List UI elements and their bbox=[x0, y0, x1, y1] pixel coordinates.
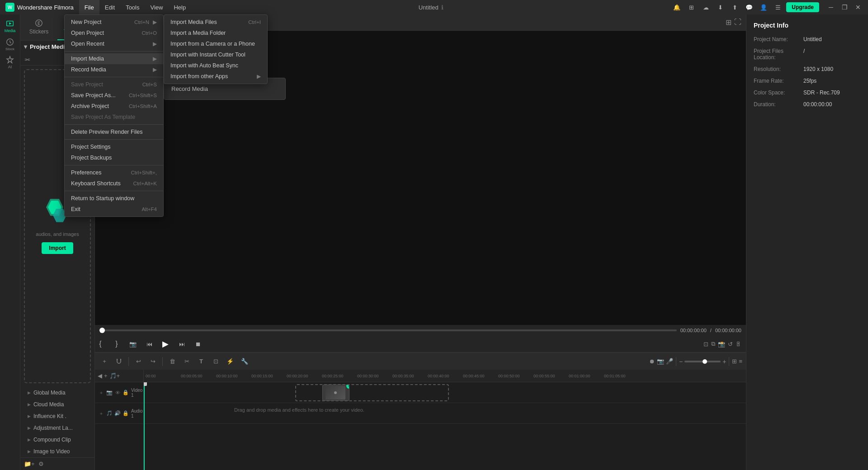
voice-record-btn[interactable]: 🎤 bbox=[666, 358, 673, 365]
record-btn[interactable]: ⏺ bbox=[649, 358, 655, 365]
menu-project-settings[interactable]: Project Settings bbox=[65, 141, 163, 152]
import-button[interactable]: Import bbox=[42, 242, 73, 254]
section-adjustment-layer[interactable]: ▶ Adjustment La... bbox=[20, 422, 94, 434]
menu-new-project[interactable]: New Project Ctrl+N ▶ bbox=[65, 17, 163, 28]
upgrade-button[interactable]: Upgrade bbox=[786, 2, 819, 12]
grid-view-icon[interactable]: ⊞ bbox=[726, 18, 731, 27]
restore-button[interactable]: ❐ bbox=[838, 1, 851, 14]
layout-icon[interactable]: ⊞ bbox=[685, 2, 698, 13]
export-icon[interactable]: ⬆ bbox=[728, 2, 741, 13]
menu-open-project[interactable]: Open Project Ctrl+O bbox=[65, 28, 163, 38]
add-folder-icon[interactable]: 📁+ bbox=[24, 461, 35, 467]
submenu-import-other-apps[interactable]: Import from other Apps ▶ bbox=[164, 71, 267, 82]
pip-icon[interactable]: ⧉ bbox=[711, 340, 715, 348]
audio-settings-icon[interactable]: 🎚 bbox=[736, 341, 741, 348]
import-icon[interactable]: ⬇ bbox=[714, 2, 726, 13]
menu-delete-preview[interactable]: Delete Preview Render Files bbox=[65, 127, 163, 137]
grid-layout-btn[interactable]: ⊞ bbox=[732, 358, 737, 365]
timeline-split-button[interactable]: ✂ bbox=[181, 356, 193, 367]
progress-bar[interactable] bbox=[99, 329, 677, 331]
submenu-import-folder[interactable]: Import a Media Folder bbox=[164, 28, 267, 38]
ruler-60: 00:01:00:00 bbox=[569, 374, 604, 378]
section-global-media[interactable]: ▶ Global Media bbox=[20, 387, 94, 399]
video-clip[interactable]: + bbox=[322, 385, 349, 401]
submenu-import-instant-cutter[interactable]: Import with Instant Cutter Tool bbox=[164, 49, 267, 60]
menu-record-media[interactable]: Record Media ▶ bbox=[65, 64, 163, 75]
menu-archive-project[interactable]: Archive Project Ctrl+Shift+A bbox=[65, 101, 163, 112]
prev-frame-button[interactable]: ⏮ bbox=[144, 338, 155, 349]
panel-settings-icon[interactable]: ⚙ bbox=[38, 461, 44, 467]
list-layout-btn[interactable]: ≡ bbox=[739, 358, 742, 365]
play-button[interactable]: ▶ bbox=[160, 338, 171, 349]
menu-project-backups[interactable]: Project Backups bbox=[65, 152, 163, 163]
stop-button[interactable]: ⏹ bbox=[193, 338, 203, 349]
video1-eye-icon[interactable]: 👁 bbox=[114, 389, 121, 396]
timeline-more-button[interactable]: 🔧 bbox=[239, 356, 250, 367]
notification-icon[interactable]: 🔔 bbox=[670, 2, 683, 13]
menu-exit[interactable]: Exit Alt+F4 bbox=[65, 204, 163, 215]
track-label-video1: + 📷 👁 🔒 Video 1 bbox=[95, 382, 143, 403]
timeline-magnet-icon[interactable] bbox=[113, 356, 125, 367]
save-cloud-icon[interactable]: ☁ bbox=[699, 2, 712, 13]
zoom-in-btn[interactable]: + bbox=[722, 358, 726, 365]
submenu-import-camera[interactable]: Import from a Camera or a Phone bbox=[164, 38, 267, 49]
timeline-redo-button[interactable]: ↪ bbox=[147, 356, 159, 367]
screen-record-btn[interactable]: 📷 bbox=[657, 358, 664, 365]
video1-camera-icon[interactable]: 📷 bbox=[106, 389, 113, 396]
timeline-text-button[interactable]: T bbox=[195, 356, 207, 367]
video1-add-icon[interactable]: + bbox=[98, 389, 105, 396]
fullscreen-icon[interactable]: ⛶ bbox=[734, 18, 741, 27]
fit-screen-icon[interactable]: ⊡ bbox=[703, 341, 708, 348]
screenshot-icon[interactable]: 📸 bbox=[718, 341, 725, 348]
menu-help[interactable]: Help bbox=[168, 0, 191, 14]
timeline-add-track-icon[interactable]: + bbox=[99, 356, 110, 367]
add-audio-icon[interactable]: 🎵+ bbox=[109, 372, 120, 379]
menu-import-media[interactable]: Import Media ▶ bbox=[65, 53, 163, 64]
menu-view[interactable]: View bbox=[145, 0, 168, 14]
menu-icon[interactable]: ☰ bbox=[772, 2, 784, 13]
person-icon[interactable]: 👤 bbox=[757, 2, 770, 13]
section-image-to-video[interactable]: ▶ Image to Video bbox=[20, 446, 94, 457]
audio1-add-icon[interactable]: + bbox=[98, 410, 105, 417]
menu-save-project-as[interactable]: Save Project As... Ctrl+Shift+S bbox=[65, 90, 163, 101]
audio1-lock-icon[interactable]: 🔒 bbox=[122, 410, 129, 417]
bracket-open-icon[interactable]: { bbox=[95, 338, 106, 349]
bracket-close-icon[interactable]: } bbox=[111, 338, 122, 349]
timeline-speed-button[interactable]: ⚡ bbox=[224, 356, 236, 367]
close-button[interactable]: ✕ bbox=[852, 1, 864, 14]
zoom-out-btn[interactable]: − bbox=[679, 358, 683, 365]
menu-open-recent[interactable]: Open Recent ▶ bbox=[65, 38, 163, 49]
timeline-undo-button[interactable]: ↩ bbox=[132, 356, 144, 367]
minimize-button[interactable]: ─ bbox=[825, 1, 837, 14]
sidebar-item-ai[interactable]: AI bbox=[2, 54, 18, 70]
timeline-crop-button[interactable]: ⊡ bbox=[210, 356, 222, 367]
zoom-slider[interactable] bbox=[684, 361, 721, 362]
tab-stickers[interactable]: Stickers bbox=[20, 14, 57, 40]
clip-expand-icon[interactable]: + bbox=[346, 385, 349, 389]
audio1-mute-icon[interactable]: 🔊 bbox=[114, 410, 121, 417]
submenu-import-beat-sync[interactable]: Import with Auto Beat Sync bbox=[164, 60, 267, 71]
progress-handle[interactable] bbox=[99, 328, 105, 333]
submenu-import-files[interactable]: Import Media Files Ctrl+I bbox=[164, 17, 267, 28]
loop-icon[interactable]: ↺ bbox=[728, 341, 733, 348]
sidebar-item-stock[interactable]: Stock bbox=[2, 36, 18, 52]
community-icon[interactable]: 💬 bbox=[743, 2, 755, 13]
menu-tools[interactable]: Tools bbox=[120, 0, 145, 14]
video1-lock-icon[interactable]: 🔒 bbox=[122, 389, 129, 396]
next-frame-button[interactable]: ⏭ bbox=[176, 338, 187, 349]
menu-return-startup[interactable]: Return to Startup window bbox=[65, 193, 163, 204]
timeline-delete-button[interactable]: 🗑 bbox=[166, 356, 178, 367]
collapse-panel-icon[interactable]: ◀ bbox=[98, 372, 102, 379]
section-influence-kit[interactable]: ▶ Influence Kit . bbox=[20, 410, 94, 422]
section-compound-clip[interactable]: ▶ Compound Clip bbox=[20, 434, 94, 446]
menu-keyboard-shortcuts[interactable]: Keyboard Shortcuts Ctrl+Alt+K bbox=[65, 178, 163, 189]
filter-icon[interactable]: ⫘ bbox=[24, 56, 30, 63]
audio1-music-icon[interactable]: 🎵 bbox=[106, 410, 113, 417]
sidebar-item-media[interactable]: Media bbox=[2, 18, 18, 34]
menu-file[interactable]: File bbox=[79, 0, 99, 14]
menu-preferences[interactable]: Preferences Ctrl+Shift+, bbox=[65, 167, 163, 178]
section-cloud-media[interactable]: ▶ Cloud Media bbox=[20, 399, 94, 410]
add-media-icon[interactable]: + bbox=[104, 372, 108, 379]
snapshot-icon[interactable]: 📷 bbox=[127, 338, 138, 349]
menu-edit[interactable]: Edit bbox=[99, 0, 120, 14]
